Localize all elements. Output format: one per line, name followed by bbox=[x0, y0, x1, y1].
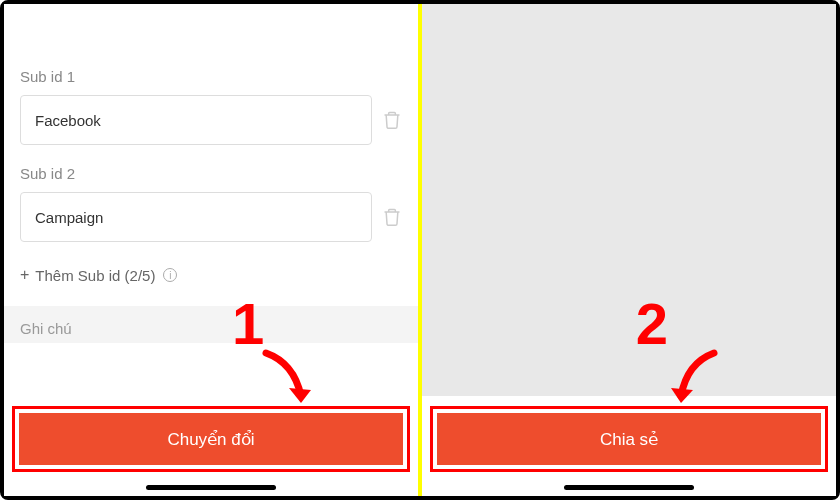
add-sub-id-label: Thêm Sub id (2/5) bbox=[35, 267, 155, 284]
sub-id-1-input[interactable] bbox=[20, 95, 372, 145]
sub-id-2-input[interactable] bbox=[20, 192, 372, 242]
share-button[interactable]: Chia sẻ bbox=[437, 413, 821, 465]
form-content: Sub id 1 Sub id 2 bbox=[4, 48, 418, 396]
sub-id-2-label: Sub id 2 bbox=[20, 165, 402, 182]
highlight-box-2: Chia sẻ bbox=[430, 406, 828, 472]
sub-id-1-label: Sub id 1 bbox=[20, 68, 402, 85]
home-indicator bbox=[564, 485, 694, 490]
home-indicator bbox=[146, 485, 276, 490]
plus-icon: + bbox=[20, 266, 29, 284]
app-frame: Sub id 1 Sub id 2 bbox=[0, 0, 840, 500]
panel-right: Chia sẻ bbox=[422, 4, 836, 496]
bottom-bar-left: Chuyển đổi bbox=[4, 396, 418, 496]
convert-button[interactable]: Chuyển đổi bbox=[19, 413, 403, 465]
highlight-box-1: Chuyển đổi bbox=[12, 406, 410, 472]
trash-icon[interactable] bbox=[382, 207, 402, 227]
info-icon[interactable]: i bbox=[163, 268, 177, 282]
panel-left: Sub id 1 Sub id 2 bbox=[4, 4, 418, 496]
add-sub-id-button[interactable]: + Thêm Sub id (2/5) i bbox=[20, 266, 402, 284]
field-sub-id-1: Sub id 1 bbox=[20, 68, 402, 145]
right-empty-content bbox=[422, 4, 836, 396]
bottom-bar-right: Chia sẻ bbox=[422, 396, 836, 496]
note-label: Ghi chú bbox=[20, 320, 402, 337]
note-section: Ghi chú bbox=[4, 306, 418, 343]
trash-icon[interactable] bbox=[382, 110, 402, 130]
field-sub-id-2: Sub id 2 bbox=[20, 165, 402, 242]
